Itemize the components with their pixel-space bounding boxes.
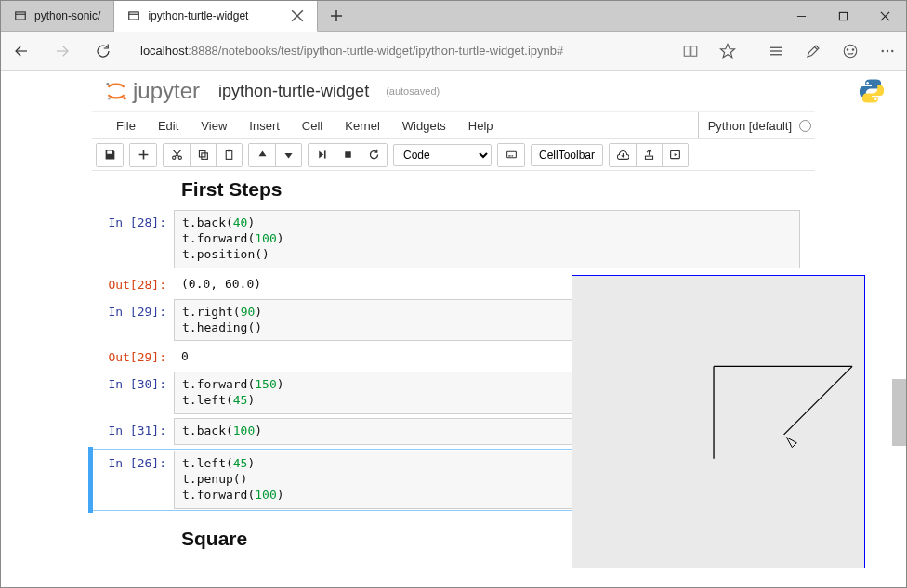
window-minimize-button[interactable] — [781, 1, 822, 31]
move-down-button[interactable] — [275, 144, 301, 166]
in-prompt: In [29]: — [92, 299, 174, 319]
tab-title: ipython-turtle-widget — [148, 9, 248, 22]
more-icon[interactable] — [869, 32, 906, 71]
command-palette-button[interactable] — [498, 144, 524, 166]
svg-point-28 — [866, 82, 869, 85]
nav-back-button[interactable] — [1, 32, 42, 71]
menu-insert[interactable]: Insert — [238, 115, 291, 137]
svg-point-22 — [882, 49, 884, 51]
svg-marker-41 — [284, 153, 292, 159]
upload-button[interactable] — [636, 144, 662, 166]
svg-point-24 — [891, 49, 893, 51]
python-logo-icon[interactable] — [858, 77, 886, 105]
in-prompt: In [31]: — [92, 418, 174, 438]
window-maximize-button[interactable] — [822, 1, 864, 31]
svg-rect-9 — [839, 12, 847, 20]
browser-address-bar: localhost:8888/notebooks/test/ipython-tu… — [1, 32, 906, 71]
svg-point-20 — [847, 48, 848, 50]
svg-point-21 — [852, 48, 854, 50]
svg-rect-0 — [16, 12, 26, 20]
svg-rect-38 — [226, 150, 232, 159]
svg-rect-48 — [645, 156, 652, 159]
cut-button[interactable] — [164, 144, 190, 166]
svg-point-19 — [844, 45, 857, 58]
jupyter-logo[interactable]: jupyter — [103, 78, 200, 104]
notes-icon[interactable] — [795, 32, 832, 71]
jupyter-logo-text: jupyter — [133, 78, 200, 104]
download-button[interactable] — [610, 144, 636, 166]
in-prompt: In [26]: — [92, 451, 174, 470]
restart-button[interactable] — [361, 144, 387, 166]
reading-view-icon[interactable] — [672, 32, 709, 71]
cell-type-select[interactable]: Code — [393, 144, 492, 166]
notebook-checkpoint: (autosaved) — [386, 85, 440, 97]
svg-rect-43 — [323, 150, 325, 158]
interrupt-button[interactable] — [335, 144, 361, 166]
svg-point-26 — [123, 97, 126, 100]
url-host: localhost — [140, 44, 188, 58]
menu-edit[interactable]: Edit — [147, 115, 190, 137]
save-button[interactable] — [97, 144, 123, 166]
copy-button[interactable] — [190, 144, 216, 166]
nav-forward-button[interactable] — [42, 32, 83, 71]
new-tab-button[interactable] — [318, 1, 355, 31]
present-button[interactable] — [662, 144, 688, 166]
nav-reload-button[interactable] — [83, 32, 124, 71]
hub-icon[interactable] — [757, 32, 795, 71]
in-prompt: In [28]: — [92, 210, 174, 229]
scrollbar-thumb[interactable] — [892, 379, 906, 446]
svg-rect-37 — [202, 153, 208, 160]
menu-cell[interactable]: Cell — [291, 115, 334, 137]
menu-widgets[interactable]: Widgets — [391, 115, 457, 137]
svg-rect-36 — [199, 150, 205, 157]
browser-tab-active[interactable]: ipython-turtle-widget — [114, 1, 318, 32]
svg-rect-2 — [129, 12, 139, 20]
move-up-button[interactable] — [249, 144, 275, 166]
svg-marker-54 — [786, 438, 796, 448]
close-tab-icon[interactable] — [291, 9, 304, 22]
svg-rect-47 — [511, 155, 513, 156]
svg-marker-50 — [675, 153, 677, 156]
cell-toolbar-button[interactable]: CellToolbar — [531, 144, 603, 166]
browser-tab-inactive[interactable]: python-sonic/ — [1, 1, 114, 31]
kernel-indicator[interactable]: Python [default] — [698, 112, 811, 138]
jupyter-header: jupyter ipython-turtle-widget (autosaved… — [1, 71, 906, 111]
svg-rect-44 — [345, 151, 351, 158]
page-icon — [14, 9, 27, 22]
kernel-name: Python [default] — [708, 119, 792, 133]
paste-button[interactable] — [216, 144, 242, 166]
turtle-canvas[interactable] — [572, 275, 865, 568]
section-heading: First Steps — [181, 178, 800, 201]
share-icon[interactable] — [832, 32, 869, 71]
page-viewport: jupyter ipython-turtle-widget (autosaved… — [1, 71, 906, 587]
insert-cell-button[interactable] — [130, 144, 156, 166]
url-path: :8888/notebooks/test/ipython-turtle-widg… — [188, 44, 563, 58]
code-cell[interactable]: In [28]:t.back(40) t.forward(100) t.posi… — [92, 210, 800, 268]
scrollbar-track[interactable] — [892, 71, 906, 587]
menu-help[interactable]: Help — [457, 115, 505, 137]
window-close-button[interactable] — [864, 1, 906, 31]
page-icon — [127, 9, 140, 22]
svg-marker-40 — [258, 150, 266, 156]
tab-title: python-sonic/ — [34, 9, 100, 22]
favorite-star-icon[interactable] — [709, 32, 746, 71]
svg-rect-39 — [228, 150, 230, 151]
out-prompt: Out[29]: — [92, 345, 174, 364]
svg-marker-42 — [319, 150, 323, 158]
notebook-title[interactable]: ipython-turtle-widget — [218, 82, 369, 101]
out-prompt: Out[28]: — [92, 272, 174, 292]
svg-rect-46 — [508, 155, 510, 156]
menu-view[interactable]: View — [190, 115, 238, 137]
run-button[interactable] — [309, 144, 335, 166]
menu-kernel[interactable]: Kernel — [334, 115, 391, 137]
kernel-status-icon — [799, 120, 811, 132]
svg-point-23 — [887, 49, 888, 51]
url-field[interactable]: localhost:8888/notebooks/test/ipython-tu… — [135, 44, 672, 58]
menu-file[interactable]: File — [105, 115, 147, 137]
svg-point-29 — [874, 98, 877, 101]
svg-line-18 — [815, 46, 818, 49]
svg-point-27 — [108, 98, 110, 99]
in-prompt: In [30]: — [92, 372, 174, 391]
code-input[interactable]: t.back(40) t.forward(100) t.position() — [174, 210, 800, 268]
browser-tab-bar: python-sonic/ ipython-turtle-widget — [1, 1, 906, 32]
